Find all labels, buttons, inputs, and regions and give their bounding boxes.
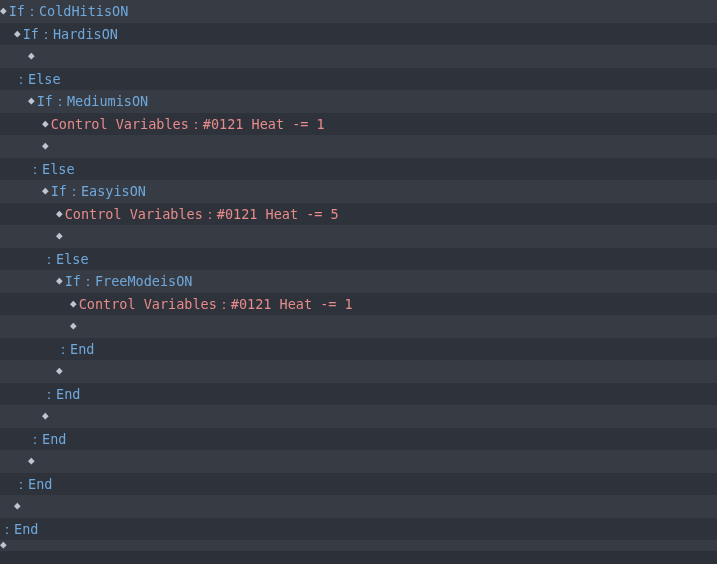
cmd-end[interactable]: ：End [0,338,717,361]
cmd-empty[interactable]: ◆ [0,450,717,473]
cmd-end[interactable]: ：End [0,518,717,541]
kw-if: If [51,181,67,201]
cmd-control-variables[interactable]: ◆Control Variables：#0121 Heat -= 1 [0,293,717,316]
sep-colon: ： [28,429,42,449]
cmd-if[interactable]: ◆If：Easy is ON [0,180,717,203]
kw-on: ON [102,24,118,44]
switch-name: Medium [67,91,116,111]
kw-end: End [42,429,66,449]
cmd-if[interactable]: ◆If：FreeMode is ON [0,270,717,293]
sep-colon: ： [81,271,95,291]
control-variables-text: Control Variables：#0121 Heat -= 1 [51,114,325,134]
kw-else: Else [42,159,75,179]
kw-is: is [85,24,101,44]
diamond-icon: ◆ [28,453,35,470]
sep-colon: ： [39,24,53,44]
kw-if: If [65,271,81,291]
diamond-icon: ◆ [28,93,35,110]
cmd-empty[interactable]: ◆ [0,540,717,551]
kw-is: is [160,271,176,291]
diamond-icon: ◆ [0,3,7,20]
kw-end: End [14,519,38,539]
diamond-icon: ◆ [56,228,63,245]
cmd-end[interactable]: ：End [0,473,717,496]
diamond-icon: ◆ [56,206,63,223]
diamond-icon: ◆ [56,273,63,290]
kw-is: is [116,91,132,111]
diamond-icon: ◆ [42,116,49,133]
kw-else: Else [56,249,89,269]
sep-colon: ： [56,339,70,359]
kw-on: ON [176,271,192,291]
switch-name: Easy [81,181,114,201]
control-variables-text: Control Variables：#0121 Heat -= 1 [79,294,353,314]
sep-colon: ： [28,159,42,179]
cmd-empty[interactable]: ◆ [0,360,717,383]
cmd-end[interactable]: ：End [0,428,717,451]
diamond-icon: ◆ [70,318,77,335]
diamond-icon: ◆ [14,498,21,515]
cmd-if[interactable]: ◆If：Medium is ON [0,90,717,113]
cmd-empty[interactable]: ◆ [0,225,717,248]
switch-name: ColdHit [39,1,96,21]
kw-if: If [9,1,25,21]
kw-end: End [28,474,52,494]
cmd-if[interactable]: ◆If：Hard is ON [0,23,717,46]
diamond-icon: ◆ [14,26,21,43]
sep-colon: ： [14,474,28,494]
cmd-empty[interactable]: ◆ [0,495,717,518]
diamond-icon: ◆ [70,296,77,313]
event-command-list: ◆If：ColdHit is ON ◆If：Hard is ON ◆ ：Else… [0,0,717,551]
kw-if: If [37,91,53,111]
sep-colon: ： [67,181,81,201]
cmd-empty[interactable]: ◆ [0,135,717,158]
kw-is: is [96,1,112,21]
sep-colon: ： [42,249,56,269]
diamond-icon: ◆ [0,540,7,551]
cmd-control-variables[interactable]: ◆Control Variables：#0121 Heat -= 1 [0,113,717,136]
kw-else: Else [28,69,61,89]
kw-on: ON [132,91,148,111]
kw-is: is [113,181,129,201]
diamond-icon: ◆ [28,48,35,65]
sep-colon: ： [0,519,14,539]
control-variables-text: Control Variables：#0121 Heat -= 5 [65,204,339,224]
diamond-icon: ◆ [56,363,63,380]
cmd-else[interactable]: ：Else [0,158,717,181]
cmd-empty[interactable]: ◆ [0,405,717,428]
diamond-icon: ◆ [42,408,49,425]
cmd-if[interactable]: ◆If：ColdHit is ON [0,0,717,23]
diamond-icon: ◆ [42,138,49,155]
cmd-empty[interactable]: ◆ [0,315,717,338]
cmd-control-variables[interactable]: ◆Control Variables：#0121 Heat -= 5 [0,203,717,226]
cmd-else[interactable]: ：Else [0,248,717,271]
sep-colon: ： [25,1,39,21]
cmd-empty[interactable]: ◆ [0,45,717,68]
sep-colon: ： [42,384,56,404]
cmd-else[interactable]: ：Else [0,68,717,91]
sep-colon: ： [53,91,67,111]
kw-on: ON [130,181,146,201]
sep-colon: ： [14,69,28,89]
switch-name: FreeMode [95,271,160,291]
kw-end: End [56,384,80,404]
kw-on: ON [112,1,128,21]
kw-if: If [23,24,39,44]
cmd-end[interactable]: ：End [0,383,717,406]
diamond-icon: ◆ [42,183,49,200]
kw-end: End [70,339,94,359]
switch-name: Hard [53,24,86,44]
